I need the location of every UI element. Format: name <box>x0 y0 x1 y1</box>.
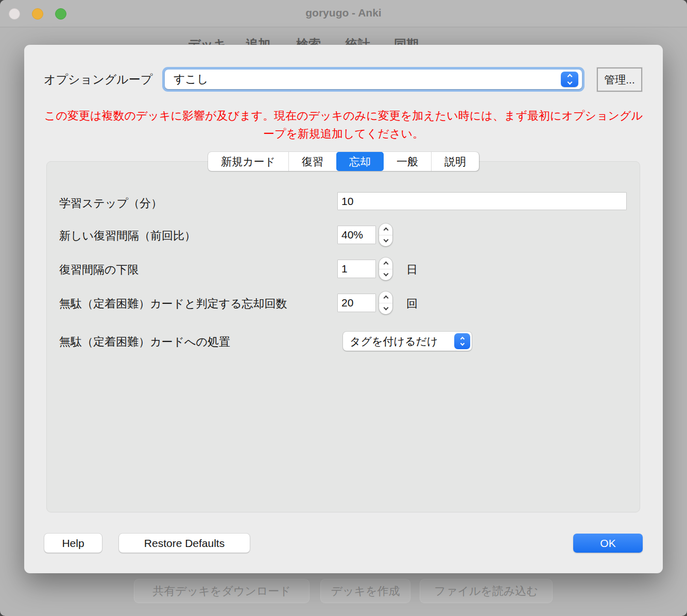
anki-window: goryugo - Anki デッキ 追加 検索 統計 同期 共有デッキをダウン… <box>0 0 687 616</box>
get-shared-decks-button: 共有デッキをダウンロード <box>134 579 310 603</box>
tab-general[interactable]: 一般 <box>384 152 432 171</box>
tab-new-cards-label: 新規カード <box>221 155 276 169</box>
leech-threshold-input[interactable] <box>337 294 376 312</box>
stepper-up-icon[interactable] <box>379 224 392 235</box>
help-button-label: Help <box>62 537 84 550</box>
tab-reviews-label: 復習 <box>302 155 323 169</box>
combobox-stepper-icon[interactable] <box>561 72 578 87</box>
stepper-up-icon[interactable] <box>379 258 392 269</box>
import-file-label: ファイルを読み込む <box>434 584 538 599</box>
min-interval-label: 復習間隔の下限 <box>59 262 139 278</box>
shared-options-warning: この変更は複数のデッキに影響が及びます。現在のデッキのみに変更を加えたい時には、… <box>40 107 647 143</box>
options-tabbar: 新規カード 復習 忘却 一般 説明 <box>208 152 479 171</box>
leech-action-popup[interactable]: タグを付けるだけ <box>343 332 472 351</box>
import-file-button: ファイルを読み込む <box>420 579 553 603</box>
learning-steps-input[interactable] <box>337 192 627 210</box>
tab-description[interactable]: 説明 <box>432 152 479 171</box>
min-interval-stepper[interactable] <box>379 258 392 280</box>
new-interval-input[interactable] <box>337 226 376 244</box>
chevron-up-icon <box>460 337 464 341</box>
options-group-combobox[interactable]: すこし <box>162 67 585 92</box>
tab-lapses[interactable]: 忘却 <box>336 152 384 171</box>
restore-defaults-button[interactable]: Restore Defaults <box>119 534 250 553</box>
learning-steps-label: 学習ステップ（分） <box>59 196 162 211</box>
min-interval-unit: 日 <box>406 262 418 278</box>
tab-lapses-label: 忘却 <box>349 155 371 169</box>
chevron-up-icon <box>567 74 572 79</box>
new-interval-label: 新しい復習間隔（前回比） <box>59 228 196 244</box>
tab-new-cards[interactable]: 新規カード <box>208 152 289 171</box>
stepper-down-icon[interactable] <box>379 235 392 247</box>
chevron-down-icon <box>460 341 464 346</box>
tab-general-label: 一般 <box>397 155 418 169</box>
leech-threshold-stepper[interactable] <box>379 292 392 314</box>
help-button[interactable]: Help <box>44 534 102 553</box>
stepper-up-icon[interactable] <box>379 292 392 303</box>
deck-options-dialog: オプショングループ すこし 管理... この変更は複数のデッキに影響が及びます。… <box>24 45 663 573</box>
options-group-label: オプショングループ <box>44 72 152 88</box>
create-deck-button: デッキを作成 <box>320 579 410 603</box>
ok-button-label: OK <box>600 537 615 550</box>
min-interval-input[interactable] <box>337 260 376 278</box>
tab-reviews[interactable]: 復習 <box>289 152 336 171</box>
window-title: goryugo - Anki <box>0 7 687 19</box>
options-group-value[interactable]: すこし <box>165 70 582 89</box>
leech-threshold-unit: 回 <box>406 296 418 312</box>
chevron-down-icon <box>567 80 572 85</box>
ok-button[interactable]: OK <box>573 534 643 553</box>
get-shared-decks-label: 共有デッキをダウンロード <box>152 584 291 599</box>
manage-button[interactable]: 管理... <box>597 67 642 92</box>
stepper-down-icon[interactable] <box>379 303 392 315</box>
titlebar: goryugo - Anki <box>0 0 687 27</box>
leech-threshold-label: 無駄（定着困難）カードと判定する忘却回数 <box>59 296 287 312</box>
leech-action-label: 無駄（定着困難）カードへの処置 <box>59 334 230 350</box>
popup-chevrons-icon <box>454 333 470 349</box>
tab-description-label: 説明 <box>444 155 466 169</box>
new-interval-stepper[interactable] <box>379 224 392 246</box>
stepper-down-icon[interactable] <box>379 269 392 281</box>
restore-defaults-label: Restore Defaults <box>144 537 225 550</box>
manage-button-label: 管理... <box>604 73 635 87</box>
create-deck-label: デッキを作成 <box>331 584 400 599</box>
leech-action-value: タグを付けるだけ <box>350 334 438 349</box>
